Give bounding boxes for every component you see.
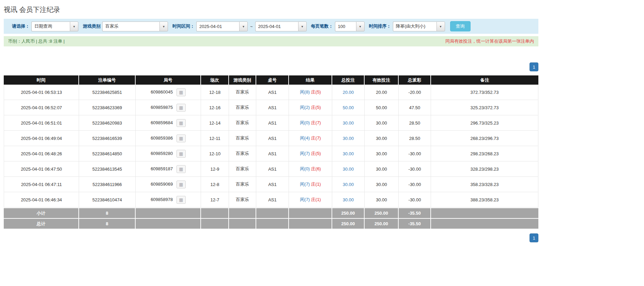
session-cell: 12-9 [201, 161, 229, 177]
select-type-label: 请选择： [12, 23, 30, 29]
table-footer: 小计 8 250.00 250.00 -35.50 总计 8 [4, 208, 538, 229]
bet-id-cell: 522384616539 [79, 131, 136, 146]
total-bet-link[interactable]: 20.00 [343, 90, 354, 95]
total-total-bet: 250.00 [332, 218, 365, 229]
total-bet-link[interactable]: 30.00 [343, 167, 354, 172]
game-type-label: 游戏类别 [83, 23, 101, 29]
table-row: 2025-04-01 06:47:50 522384613545 6098591… [4, 161, 538, 177]
notice-text: 同局有效投注，统一计算在该局第一张注单内 [445, 38, 534, 44]
note-cell: 388.23/358.23 [431, 192, 538, 208]
result-player: 闲(7) [300, 182, 310, 187]
date-to-input[interactable] [255, 22, 298, 31]
round-cell: 609859280 ▦ [136, 146, 201, 161]
table-no-cell: AS1 [256, 131, 289, 146]
bet-id-cell: 522384625851 [79, 85, 136, 100]
search-button[interactable]: 查询 [450, 21, 471, 31]
query-type-dropdown-button[interactable]: ▾ [70, 22, 78, 31]
result-player: 闲(7) [300, 197, 310, 202]
total-bet-cell: 30.00 [332, 192, 365, 208]
page-size-dropdown-button[interactable]: ▾ [356, 22, 365, 31]
total-bet-link[interactable]: 30.00 [343, 182, 354, 187]
round-number: 609859875 [151, 104, 173, 110]
total-row: 总计 8 250.00 250.00 -35.50 [4, 218, 538, 229]
column-header-table-no: 桌号 [256, 75, 289, 85]
table-no-cell: AS1 [256, 177, 289, 192]
round-number: 609859684 [151, 120, 173, 125]
chevron-down-icon: ▾ [163, 25, 165, 28]
payout-cell: 28.50 [399, 131, 431, 146]
table-no-cell: AS1 [256, 100, 289, 115]
round-cell: 609859875 ▦ [136, 100, 201, 115]
column-header-session: 场次 [201, 75, 229, 85]
note-cell: 268.23/296.73 [431, 131, 538, 146]
session-cell: 12-8 [201, 177, 229, 192]
round-result-button[interactable]: ▦ [177, 150, 186, 158]
page-size-input[interactable] [335, 22, 356, 31]
table-no-cell: AS1 [256, 192, 289, 208]
total-bet-link[interactable]: 50.00 [343, 105, 354, 110]
round-number: 609858978 [151, 197, 173, 202]
round-result-button[interactable]: ▦ [177, 196, 186, 204]
payout-cell: 47.50 [399, 100, 431, 115]
empty-cell [431, 208, 538, 218]
page-1-button[interactable]: 1 [530, 233, 538, 242]
total-bet-cell: 30.00 [332, 177, 365, 192]
table-row: 2025-04-01 06:46:34 522384610474 6098589… [4, 192, 538, 208]
game-type-cell: 百家乐 [229, 85, 256, 100]
sort-dropdown-button[interactable]: ▾ [436, 22, 445, 31]
date-from-input[interactable] [196, 22, 239, 31]
currency-summary: 币别：人民币 | 总共 :8 注单 | [8, 38, 65, 44]
table-row: 2025-04-01 06:47:11 522384611966 6098590… [4, 177, 538, 192]
round-result-button[interactable]: ▦ [177, 134, 186, 142]
pagination-bottom: 1 [4, 233, 538, 242]
total-bet-link[interactable]: 30.00 [343, 151, 354, 156]
filter-bar: 请选择： ▾ 游戏类别 ▾ 时间区间： ▾ ~ ▾ 每页笔数： ▾ 时间排序： … [4, 19, 538, 34]
date-to-dropdown-button[interactable]: ▾ [298, 22, 307, 31]
empty-cell [256, 208, 289, 218]
column-header-total-bet: 总投注 [332, 75, 365, 85]
sort-input[interactable] [393, 22, 436, 31]
game-type-input[interactable] [102, 22, 159, 31]
date-from-combobox: ▾ [196, 22, 248, 31]
game-type-cell: 百家乐 [229, 161, 256, 177]
game-type-dropdown-button[interactable]: ▾ [159, 22, 168, 31]
round-result-button[interactable]: ▦ [177, 165, 186, 173]
result-banker: 庄(1) [311, 182, 321, 187]
total-bet-cell: 20.00 [332, 85, 365, 100]
date-separator: ~ [250, 24, 253, 29]
round-result-button[interactable]: ▦ [177, 88, 186, 96]
time-cell: 2025-04-01 06:49:04 [4, 131, 79, 146]
session-cell: 12-16 [201, 100, 229, 115]
total-bet-cell: 30.00 [332, 115, 365, 131]
total-bet-link[interactable]: 30.00 [343, 120, 354, 126]
game-type-cell: 百家乐 [229, 115, 256, 131]
table-row: 2025-04-01 06:52:07 522384623369 6098598… [4, 100, 538, 115]
game-type-cell: 百家乐 [229, 192, 256, 208]
bet-id-cell: 522384620983 [79, 115, 136, 131]
round-result-button[interactable]: ▦ [177, 104, 186, 112]
session-cell: 12-14 [201, 115, 229, 131]
game-type-cell: 百家乐 [229, 100, 256, 115]
table-body: 2025-04-01 06:53:13 522384625851 6098600… [4, 85, 538, 208]
result-banker: 庄(5) [311, 151, 321, 156]
game-type-combobox: ▾ [102, 22, 168, 31]
result-player: 闲(7) [300, 151, 310, 156]
sort-combobox: ▾ [393, 22, 445, 31]
page-1-button[interactable]: 1 [530, 62, 538, 71]
page-size-combobox: ▾ [335, 22, 365, 31]
column-header-bet-id: 注单编号 [79, 75, 136, 85]
result-cell: 闲(7) 庄(1) [289, 192, 332, 208]
round-result-button[interactable]: ▦ [177, 119, 186, 127]
table-no-cell: AS1 [256, 161, 289, 177]
result-cell: 闲(2) 庄(5) [289, 100, 332, 115]
total-bet-link[interactable]: 30.00 [343, 197, 354, 202]
query-type-input[interactable] [31, 22, 70, 31]
column-header-valid-bet: 有效投注 [365, 75, 399, 85]
round-result-button[interactable]: ▦ [177, 181, 186, 188]
chevron-down-icon: ▾ [359, 25, 361, 28]
total-bet-link[interactable]: 30.00 [343, 136, 354, 141]
date-from-dropdown-button[interactable]: ▾ [239, 22, 248, 31]
result-player: 闲(2) [300, 105, 310, 110]
table-header: 时间 注单编号 局号 场次 游戏类别 桌号 结果 总投注 有效投注 总派彩 备注 [4, 75, 538, 85]
payout-cell: 28.50 [399, 115, 431, 131]
